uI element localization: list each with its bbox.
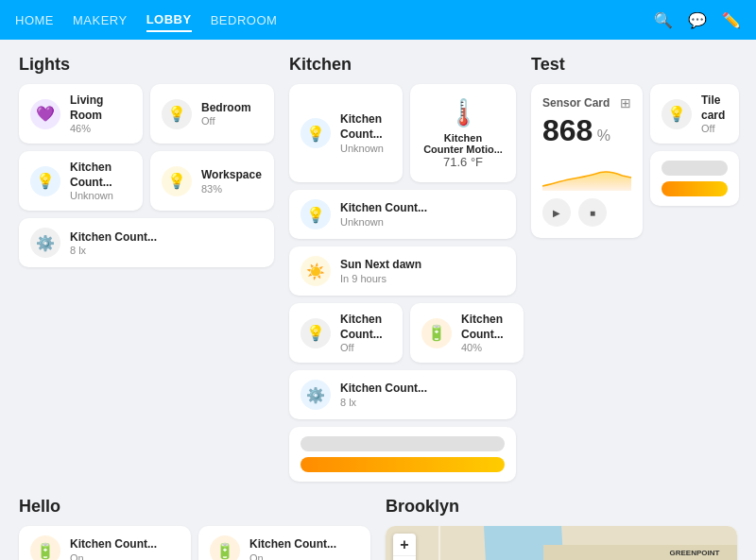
kitchen-1-info: Kitchen Count... Unknown: [340, 112, 391, 153]
hello-1-icon: 🔋: [30, 535, 60, 560]
test-color-bar-orange: [662, 181, 728, 196]
sun-name: Sun Next dawn: [340, 258, 421, 273]
sensor-stop-button[interactable]: ■: [578, 198, 607, 227]
device-card-kitchen-off[interactable]: 💡 Kitchen Count... Off: [289, 303, 403, 363]
bedroom-name: Bedroom: [201, 101, 251, 116]
brooklyn-section: Brooklyn HOBOKEN CITY Houston St East Ri…: [386, 497, 737, 560]
bottom-sections-row: Hello 🔋 Kitchen Count... On 🔋 Kitchen Co…: [19, 497, 737, 560]
living-room-info: Living Room 46%: [70, 93, 131, 134]
device-card-hello-2[interactable]: 🔋 Kitchen Count... On: [198, 526, 370, 560]
test-title: Test: [531, 55, 739, 75]
tile-card-name: Tile card: [701, 93, 728, 123]
kitchen-2-info: Kitchen Count... Unknown: [340, 201, 427, 228]
map-controls: + −: [393, 534, 416, 560]
kitchen-count-1-name: Kitchen Count...: [70, 161, 131, 190]
test-color-bar-card[interactable]: [650, 151, 739, 206]
sun-icon: ☀️: [301, 256, 331, 286]
workspace-name: Workspace: [201, 168, 262, 183]
tile-card[interactable]: 💡 Tile card Off: [650, 84, 739, 144]
hello-section: Hello 🔋 Kitchen Count... On 🔋 Kitchen Co…: [19, 497, 370, 560]
device-card-kitchen-count-1[interactable]: 💡 Kitchen Count... Unknown: [19, 151, 143, 211]
motion-card[interactable]: 🌡️ Kitchen Counter Motio... 71.6 °F: [410, 84, 516, 182]
device-card-kitchen-40[interactable]: 🔋 Kitchen Count... 40%: [410, 303, 524, 363]
sensor-card[interactable]: Sensor Card ⊞ 868 %: [531, 84, 643, 238]
sun-info: Sun Next dawn In 9 hours: [340, 258, 421, 284]
map-card[interactable]: HOBOKEN CITY Houston St East River GREEN…: [386, 526, 737, 560]
edit-icon[interactable]: ✏️: [722, 11, 741, 29]
nav-lobby[interactable]: LOBBY: [146, 8, 192, 32]
kitchen-count-1-icon: 💡: [30, 166, 60, 196]
chat-icon[interactable]: 💬: [688, 11, 707, 29]
hello-cards-grid: 🔋 Kitchen Count... On 🔋 Kitchen Count...…: [19, 526, 370, 560]
device-card-kitchen-2[interactable]: 💡 Kitchen Count... Unknown: [289, 190, 516, 239]
sensor-grid-icon: ⊞: [620, 95, 631, 110]
sensor-play-button[interactable]: ▶: [542, 198, 571, 227]
sensor-value-row: 868 %: [542, 114, 631, 147]
kitchen-2-icon: 💡: [301, 199, 331, 229]
motion-icon: 🌡️: [447, 97, 480, 128]
kitchen-8lx-state: 8 lx: [340, 397, 427, 408]
lights-cards-grid: 💜 Living Room 46% 💡 Bedroom Off 💡: [19, 84, 274, 267]
kitchen-off-info: Kitchen Count... Off: [340, 313, 391, 353]
sensor-chart: [542, 153, 631, 191]
living-room-state: 46%: [70, 123, 131, 134]
header-actions: 🔍 💬 ✏️: [654, 11, 741, 29]
kitchen-2-name: Kitchen Count...: [340, 201, 427, 216]
workspace-icon: 💡: [162, 166, 192, 196]
device-card-sun[interactable]: ☀️ Sun Next dawn In 9 hours: [289, 246, 516, 296]
tile-card-info: Tile card Off: [701, 93, 728, 134]
top-sections-row: Lights 💜 Living Room 46% 💡 Bedroom Off: [19, 55, 737, 482]
nav-home[interactable]: HOME: [15, 9, 54, 31]
device-card-kitchen-lx[interactable]: ⚙️ Kitchen Count... 8 lx: [19, 218, 274, 267]
device-card-workspace[interactable]: 💡 Workspace 83%: [150, 151, 274, 211]
sensor-card-title: Sensor Card: [542, 96, 610, 110]
hello-2-info: Kitchen Count... On: [249, 537, 336, 560]
map-zoom-out-button[interactable]: −: [393, 556, 416, 560]
hello-1-state: On: [70, 552, 157, 560]
map-zoom-in-button[interactable]: +: [393, 534, 416, 556]
kitchen-1-state: Unknown: [340, 143, 391, 154]
motion-name: Kitchen Counter Motio...: [423, 132, 503, 155]
kitchen-grid: 💡 Kitchen Count... Unknown 🌡️ Kitchen Co…: [289, 84, 516, 482]
motion-temp: 71.6 °F: [443, 155, 483, 169]
device-card-hello-1[interactable]: 🔋 Kitchen Count... On: [19, 526, 191, 560]
kitchen-section: Kitchen 💡 Kitchen Count... Unknown 🌡️ K: [289, 55, 516, 482]
living-room-icon: 💜: [30, 99, 60, 129]
kitchen-40-info: Kitchen Count... 40%: [461, 313, 512, 353]
device-card-kitchen-1[interactable]: 💡 Kitchen Count... Unknown: [289, 84, 403, 182]
kitchen-color-bar-orange: [301, 457, 505, 472]
kitchen-color-bar-gray: [301, 436, 505, 451]
nav-bedroom[interactable]: BEDROOM: [211, 9, 278, 31]
kitchen-1-icon: 💡: [301, 118, 331, 148]
kitchen-2-state: Unknown: [340, 216, 427, 228]
kitchen-40-icon: 🔋: [421, 318, 452, 348]
search-icon[interactable]: 🔍: [654, 11, 673, 29]
kitchen-color-bar-card[interactable]: [289, 427, 516, 482]
test-cards: Sensor Card ⊞ 868 %: [531, 84, 739, 238]
brooklyn-title: Brooklyn: [386, 497, 737, 517]
kitchen-40-state: 40%: [461, 342, 512, 353]
test-section: Test Sensor Card ⊞ 868 %: [531, 55, 739, 482]
main-content: Lights 💜 Living Room 46% 💡 Bedroom Off: [0, 40, 756, 560]
kitchen-count-1-state: Unknown: [70, 190, 131, 201]
sensor-unit: %: [597, 127, 610, 144]
hello-title: Hello: [19, 497, 370, 517]
tile-card-state: Off: [701, 123, 728, 134]
kitchen-lx-icon: ⚙️: [30, 228, 60, 258]
device-card-kitchen-8lx[interactable]: ⚙️ Kitchen Count... 8 lx: [289, 370, 516, 419]
device-card-living-room[interactable]: 💜 Living Room 46%: [19, 84, 143, 144]
kitchen-40-name: Kitchen Count...: [461, 313, 512, 342]
bedroom-info: Bedroom Off: [201, 101, 251, 127]
nav-makery[interactable]: MAKERY: [73, 9, 128, 31]
sensor-card-header: Sensor Card ⊞: [542, 95, 631, 110]
main-nav: HOME MAKERY LOBBY BEDROOM: [15, 8, 277, 32]
kitchen-lx-state: 8 lx: [70, 245, 157, 256]
device-card-bedroom[interactable]: 💡 Bedroom Off: [150, 84, 274, 144]
kitchen-8lx-icon: ⚙️: [301, 380, 331, 410]
kitchen-lx-info: Kitchen Count... 8 lx: [70, 230, 157, 257]
hello-2-icon: 🔋: [210, 535, 240, 560]
kitchen-off-state: Off: [340, 342, 391, 353]
hello-1-info: Kitchen Count... On: [70, 537, 157, 560]
sensor-controls: ▶ ■: [542, 198, 631, 227]
bedroom-icon: 💡: [162, 99, 192, 129]
